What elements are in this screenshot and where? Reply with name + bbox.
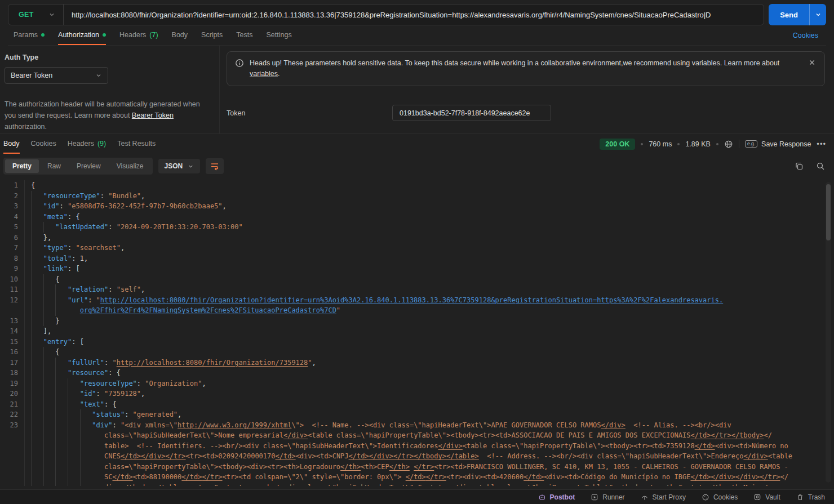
code-row: 3"id": "e5808d76-3622-452f-97b7-9b60cb2b… — [0, 201, 834, 212]
tab-params[interactable]: Params — [14, 25, 45, 45]
response-header: BodyCookiesHeaders (9)Test Results 200 O… — [0, 134, 834, 154]
line-number: 3 — [0, 201, 25, 212]
statusbar-label: Start Proxy — [653, 493, 686, 501]
code-row: 14], — [0, 326, 834, 337]
save-response-button[interactable]: e.g. Save Response — [745, 140, 811, 148]
code-row: 11"relation": "self", — [0, 284, 834, 295]
statusbar-start-proxy[interactable]: Start Proxy — [641, 493, 686, 501]
body-tools — [795, 162, 825, 171]
auth-helper-text: The authorization header will be automat… — [5, 99, 207, 132]
line-number: 12 — [0, 295, 25, 306]
code-row: 4"meta": { — [0, 212, 834, 222]
format-value: JSON — [165, 162, 183, 170]
code-row: 23"div": "<div xmlns=\"http://www.w3.org… — [0, 420, 834, 431]
proxy-icon — [641, 493, 649, 501]
search-icon[interactable] — [816, 162, 825, 171]
response-body: 1{2"resourceType": "Bundle",3"id": "e580… — [0, 179, 834, 486]
code-row: 20"id": "7359128", — [0, 389, 834, 399]
variables-link[interactable]: variables — [250, 70, 278, 78]
view-tab-pretty[interactable]: Pretty — [5, 159, 39, 173]
view-mode-tabs: PrettyRawPreviewVisualize — [3, 158, 153, 175]
line-number: 6 — [0, 233, 25, 243]
postbot-icon — [538, 493, 546, 501]
code-row: 5"lastUpdated": "2024-09-20T10:33:20.703… — [0, 222, 834, 233]
send-button[interactable]: Send — [769, 4, 809, 25]
view-tab-visualize[interactable]: Visualize — [109, 159, 151, 173]
tab-authorization[interactable]: Authorization — [58, 25, 106, 45]
auth-type-value: Bearer Token — [11, 72, 52, 79]
line-number: 22 — [0, 409, 25, 420]
response-body-viewer: 1{2"resourceType": "Bundle",3"id": "e580… — [0, 179, 834, 486]
code-row: 8"total": 1, — [0, 253, 834, 264]
statusbar-label: Runner — [602, 493, 624, 501]
line-number: 11 — [0, 284, 25, 295]
view-tab-preview[interactable]: Preview — [69, 159, 108, 173]
code-row: 2"resourceType": "Bundle", — [0, 191, 834, 202]
copy-icon[interactable] — [795, 162, 804, 171]
scrollbar-track[interactable] — [826, 182, 831, 483]
url-input[interactable] — [64, 11, 764, 19]
authorization-panel: Auth Type Bearer Token The authorization… — [0, 46, 834, 134]
statusbar-postbot[interactable]: Postbot — [538, 493, 575, 501]
network-globe-icon[interactable] — [724, 140, 733, 149]
line-number: 16 — [0, 347, 25, 358]
more-options-icon[interactable]: ••• — [817, 140, 826, 148]
statusbar-label: Vault — [765, 493, 780, 501]
cookies-link[interactable]: Cookies — [793, 32, 818, 39]
scrollbar-thumb[interactable] — [826, 184, 831, 240]
token-label: Token — [227, 109, 392, 117]
url-bar: GET — [8, 4, 764, 25]
token-input[interactable] — [392, 105, 551, 121]
auth-type-select[interactable]: Bearer Token — [5, 67, 108, 84]
tab-cookies[interactable]: Cookies — [31, 134, 56, 154]
line-number: 17 — [0, 358, 25, 368]
divider — [739, 140, 739, 148]
line-number — [0, 462, 25, 472]
format-select[interactable]: JSON — [158, 159, 201, 173]
line-number: 9 — [0, 264, 25, 274]
line-number: 14 — [0, 326, 25, 337]
code-row: 6}, — [0, 233, 834, 243]
request-header: GET Send ParamsAuthorizationHeaders (7)B… — [0, 0, 834, 46]
code-row: class=\"hapiPropertyTable\"><tbody><div>… — [0, 462, 834, 472]
bearer-token-link[interactable]: Bearer Token — [132, 111, 174, 119]
tab-tests[interactable]: Tests — [236, 25, 252, 45]
code-row: 7"type": "searchset", — [0, 243, 834, 253]
app: { "palette": { "accent_orange": "#ff6c37… — [0, 0, 834, 504]
wrap-text-icon[interactable] — [206, 158, 224, 174]
info-icon — [235, 59, 244, 68]
code-row: 19"resourceType": "Organization", — [0, 378, 834, 389]
view-tab-raw[interactable]: Raw — [40, 159, 68, 173]
code-row: 13} — [0, 316, 834, 327]
code-row: org%2Ffhir%2Fr4%2FNamingSystem%2Fcnes%2F… — [0, 305, 834, 316]
request-tabs: ParamsAuthorizationHeaders (7)BodyScript… — [8, 25, 826, 46]
close-icon[interactable] — [808, 58, 817, 67]
code-row: 16{ — [0, 347, 834, 358]
statusbar-runner[interactable]: Runner — [591, 493, 624, 501]
statusbar-vault[interactable]: Vault — [753, 493, 780, 501]
line-number — [0, 430, 25, 441]
tab-test-results[interactable]: Test Results — [117, 134, 156, 154]
code-row: CNES</td></div></tr><tr><td>020924200001… — [0, 451, 834, 462]
response-size: 1.89 KB — [685, 140, 710, 148]
tab-scripts[interactable]: Scripts — [201, 25, 223, 45]
tab-headers[interactable]: Headers (7) — [119, 25, 158, 45]
tab-headers[interactable]: Headers (9) — [68, 134, 107, 154]
method-select[interactable]: GET — [8, 5, 64, 25]
statusbar-trash[interactable]: Trash — [796, 493, 825, 501]
code-row: div></tbody></table> <!-- Contact. --><b… — [0, 483, 834, 487]
send-options-button[interactable] — [809, 4, 826, 25]
line-number — [0, 441, 25, 452]
tab-body[interactable]: Body — [172, 25, 188, 45]
chevron-down-icon — [188, 163, 194, 170]
method-label: GET — [19, 11, 34, 19]
status-badge: 200 OK — [600, 139, 635, 150]
statusbar-cookies[interactable]: Cookies — [702, 493, 738, 501]
statusbar-label: Trash — [808, 493, 825, 501]
line-number: 23 — [0, 420, 25, 431]
line-number: 7 — [0, 243, 25, 253]
code-row: SC</td><td>88190000</td></tr><tr><td col… — [0, 472, 834, 483]
auth-config-pane: Heads up! These parameters hold sensitiv… — [220, 46, 834, 133]
tab-settings[interactable]: Settings — [266, 25, 291, 45]
tab-body[interactable]: Body — [3, 134, 20, 154]
